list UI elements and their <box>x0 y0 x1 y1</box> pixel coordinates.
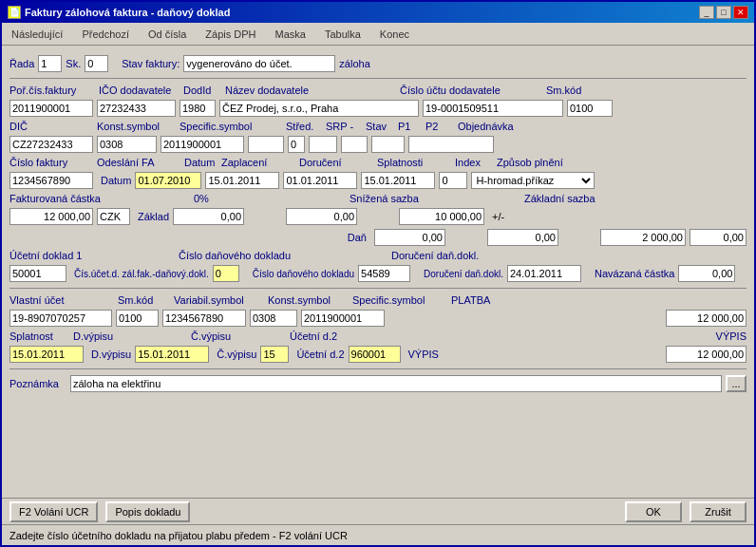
konst-sym2-input[interactable] <box>250 310 297 327</box>
objednavka-input[interactable] <box>408 136 494 153</box>
sep1 <box>9 78 747 79</box>
platba-input[interactable] <box>666 310 747 327</box>
doruceni-label: Doručení <box>299 157 373 168</box>
doruceni-dan-label: Doručení daň.dokl. <box>391 250 534 261</box>
p2-input[interactable] <box>371 136 405 153</box>
popis-button[interactable]: Popis dokladu <box>105 501 190 522</box>
splatnosti-input[interactable] <box>361 172 435 189</box>
maximize-button[interactable]: □ <box>716 6 731 19</box>
title-bar: 📄 Faktury zálohová faktura - daňový dokl… <box>2 2 754 23</box>
doruceni-dan-input[interactable] <box>507 265 581 282</box>
menu-item-maska[interactable]: Maska <box>266 25 315 43</box>
cislo-uctu-input[interactable] <box>423 100 563 117</box>
p1-input[interactable] <box>341 136 368 153</box>
row-cislo-labels: Číslo faktury Odeslání FA Datum Zaplacen… <box>9 157 747 168</box>
window-title: Faktury zálohová faktura - daňový doklad <box>25 7 230 18</box>
c-vypisu-input[interactable] <box>260 346 289 363</box>
cislo-fa-input[interactable] <box>9 172 93 189</box>
dan-0-input[interactable] <box>374 229 445 246</box>
stred-input[interactable] <box>248 136 284 153</box>
vypis-label: VÝPIS <box>716 330 747 342</box>
zaklad-zakl-input[interactable] <box>399 208 484 225</box>
zaklad-label: Základ <box>138 211 169 222</box>
menu-item-zapis-dph[interactable]: Zápis DPH <box>196 25 265 43</box>
nazev-input[interactable] <box>219 100 419 117</box>
dic-input[interactable] <box>9 136 93 153</box>
doruceni-input[interactable] <box>283 172 357 189</box>
d-vypisu-label2: D.výpisu <box>91 349 131 360</box>
doruceni-dan-label2: Doručení daň.dokl. <box>424 269 503 279</box>
close-button[interactable]: ✕ <box>733 6 748 19</box>
konst-sym-input[interactable] <box>97 136 157 153</box>
fakt-castka-input[interactable] <box>9 208 93 225</box>
menu-bar: Následující Předchozí Od čísla Zápis DPH… <box>2 23 754 46</box>
title-bar-left: 📄 Faktury zálohová faktura - daňový dokl… <box>8 6 230 19</box>
row-dan-inputs: Čís.účet.d. zál.fak.-daňový.dokl. Číslo … <box>9 265 747 282</box>
f2-button[interactable]: F2 Volání UCR <box>9 501 98 522</box>
zaplaceni-input[interactable] <box>205 172 279 189</box>
poznamka-label: Poznámka <box>9 378 66 389</box>
zaklad-0-input[interactable] <box>173 208 244 225</box>
dan-sniz-input[interactable] <box>487 229 558 246</box>
nazev-label: Název dodavatele <box>225 85 396 96</box>
stav-input[interactable] <box>183 55 335 72</box>
dan-last-input[interactable] <box>690 229 747 246</box>
sm-kod-label: Sm.kód <box>546 85 594 96</box>
cis-ucet-input[interactable] <box>213 265 239 282</box>
por-cis-input[interactable] <box>9 100 93 117</box>
odeslani-datum-input[interactable] <box>135 172 201 189</box>
srp-input[interactable] <box>288 136 305 153</box>
cislo-dan-dokladu-input[interactable] <box>358 265 410 282</box>
ok-button[interactable]: OK <box>625 501 682 522</box>
splatnost-input[interactable] <box>9 346 84 363</box>
dan-zakl-input[interactable] <box>600 229 686 246</box>
ico-input[interactable] <box>97 100 176 117</box>
navazana-input[interactable] <box>678 265 735 282</box>
zrusit-button[interactable]: Zrušit <box>690 501 747 522</box>
vlastni-ucet-input[interactable] <box>9 310 112 327</box>
minimize-button[interactable]: _ <box>699 6 714 19</box>
browse-button[interactable]: ... <box>726 375 747 392</box>
ucetni-d2-label2: Účetní d.2 <box>296 349 344 360</box>
sm-kod2-input[interactable] <box>116 310 159 327</box>
stav2-label: Stav <box>366 121 394 132</box>
srp-label: SRP - <box>326 121 362 132</box>
zpusob-select[interactable]: H-hromad.příkaz <box>471 172 595 189</box>
rada-input[interactable] <box>38 55 62 72</box>
form-content: Řada Sk. Stav faktury: záloha Poř.čís.fa… <box>2 46 754 498</box>
cislo-fa-label: Číslo faktury <box>9 157 93 168</box>
cislo-uctu-label: Číslo účtu dodavatele <box>400 85 542 96</box>
sk-input[interactable] <box>85 55 108 72</box>
variabil-input[interactable] <box>162 310 246 327</box>
index-label: Index <box>455 157 493 168</box>
rada-label: Řada <box>9 58 34 69</box>
menu-item-nasledujici[interactable]: Následující <box>2 25 72 43</box>
vypis-input[interactable] <box>666 346 747 363</box>
row-fakt-dan: Daň <box>9 229 747 246</box>
ucetni-doklad-input[interactable] <box>9 265 66 282</box>
spec-sym-label: Specific.symbol <box>180 121 282 132</box>
menu-item-predchozi[interactable]: Předchozí <box>72 25 139 43</box>
sep3 <box>9 368 747 369</box>
splatnosti-label: Splatnosti <box>377 157 451 168</box>
zaklad-sniz-input[interactable] <box>286 208 357 225</box>
navazana-label: Navázaná částka <box>595 268 674 279</box>
p1-label: P1 <box>398 121 422 132</box>
index-input[interactable] <box>439 172 467 189</box>
menu-item-tabulka[interactable]: Tabulka <box>315 25 370 43</box>
stav2-input[interactable] <box>309 136 337 153</box>
menu-item-konec[interactable]: Konec <box>370 25 419 43</box>
ucetni-d2-input[interactable] <box>349 346 401 363</box>
sm-kod-input[interactable] <box>567 100 613 117</box>
cislo-dan-dokladu-label: Číslo daňového dokladu <box>179 250 331 261</box>
spec-sym-input[interactable] <box>161 136 244 153</box>
d-vypisu-input[interactable] <box>135 346 209 363</box>
dodid-input[interactable] <box>180 100 216 117</box>
spec-sym2-input[interactable] <box>301 310 385 327</box>
row-splatnost-inputs: D.výpisu Č.výpisu Účetní d.2 VÝPIS <box>9 346 747 363</box>
czk-input[interactable] <box>97 208 130 225</box>
cislo-dan-dokladu-label2: Číslo daňového dokladu <box>253 269 354 279</box>
ucetni-d2-label: Účetní d.2 <box>290 330 370 342</box>
poznamka-input[interactable] <box>70 375 722 392</box>
menu-item-od-cisla[interactable]: Od čísla <box>139 25 196 43</box>
